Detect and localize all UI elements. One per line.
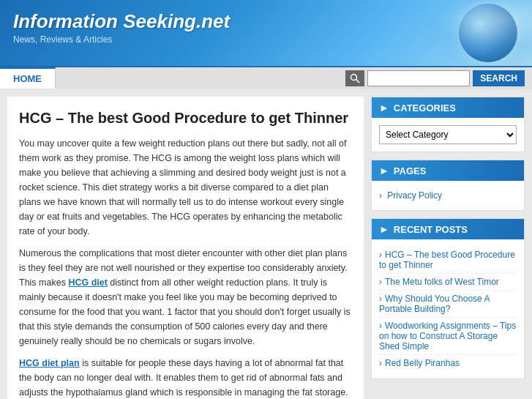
site-title: Information Seeking.net [13, 10, 519, 33]
hcg-diet-plan-link[interactable]: HCG diet plan [19, 358, 80, 368]
categories-title: CATEGORIES [394, 102, 456, 113]
navbar: HOME SEARCH [0, 66, 532, 89]
pages-body: Privacy Policy [372, 181, 524, 210]
search-bar: SEARCH [345, 70, 525, 86]
recent-post-link-5[interactable]: Red Belly Piranhas [385, 358, 460, 368]
svg-line-1 [356, 80, 360, 83]
list-item: Why Should You Choose A Portable Buildin… [379, 291, 517, 318]
list-item: Privacy Policy [379, 188, 517, 203]
recent-posts-list: HCG – The best Good Procedure to get Thi… [379, 247, 517, 371]
recent-posts-arrow-icon: ► [379, 223, 389, 235]
list-item: HCG – The best Good Procedure to get Thi… [379, 247, 517, 274]
content-wrapper: HCG – The best Good Procedure to get Thi… [0, 89, 532, 399]
globe-decoration [459, 4, 517, 62]
categories-arrow-icon: ► [379, 102, 389, 113]
pages-title: PAGES [394, 165, 427, 176]
list-item: Woodworking Assignments – Tips on how to… [379, 318, 517, 355]
categories-body: Select Category [372, 118, 524, 152]
categories-widget: ► CATEGORIES Select Category [371, 97, 525, 152]
search-icon [345, 70, 364, 86]
recent-posts-body: HCG – The best Good Procedure to get Thi… [372, 239, 524, 379]
categories-header: ► CATEGORIES [372, 97, 524, 118]
sidebar: ► CATEGORIES Select Category ► PAGES Pri… [371, 97, 525, 399]
article-title: HCG – The best Good Procedure to get Thi… [19, 108, 352, 127]
recent-posts-title: RECENT POSTS [394, 224, 468, 235]
list-item: The Metu folks of West Timor [379, 274, 517, 291]
recent-post-link-4[interactable]: Woodworking Assignments – Tips on how to… [379, 321, 516, 351]
paragraph-1: You may uncover quite a few weight reduc… [19, 136, 352, 239]
list-item: Red Belly Piranhas [379, 355, 517, 371]
recent-post-link-2[interactable]: The Metu folks of West Timor [385, 277, 499, 287]
svg-point-0 [351, 75, 357, 81]
category-select[interactable]: Select Category [379, 125, 517, 144]
article-body: You may uncover quite a few weight reduc… [19, 136, 352, 399]
recent-posts-header: ► RECENT POSTS [372, 219, 524, 239]
recent-posts-widget: ► RECENT POSTS HCG – The best Good Proce… [371, 218, 525, 379]
site-subtitle: News, Reviews & Articles [13, 34, 519, 45]
paragraph-3: HCG diet plan is suitable for people the… [19, 356, 352, 399]
recent-post-link-1[interactable]: HCG – The best Good Procedure to get Thi… [379, 250, 515, 270]
pages-list: Privacy Policy [379, 188, 517, 203]
search-button[interactable]: SEARCH [473, 70, 525, 86]
nav-home[interactable]: HOME [0, 67, 56, 89]
main-content: HCG – The best Good Procedure to get Thi… [7, 97, 364, 399]
privacy-policy-link[interactable]: Privacy Policy [387, 190, 442, 201]
pages-arrow-icon: ► [379, 165, 389, 176]
search-input[interactable] [367, 70, 470, 86]
site-header: Information Seeking.net News, Reviews & … [0, 0, 532, 66]
recent-post-link-3[interactable]: Why Should You Choose A Portable Buildin… [379, 294, 490, 314]
pages-widget: ► PAGES Privacy Policy [371, 160, 525, 211]
hcg-diet-link[interactable]: HCG diet [68, 277, 107, 288]
paragraph-2: Numerous the complications that most die… [19, 246, 352, 348]
pages-header: ► PAGES [372, 160, 524, 181]
